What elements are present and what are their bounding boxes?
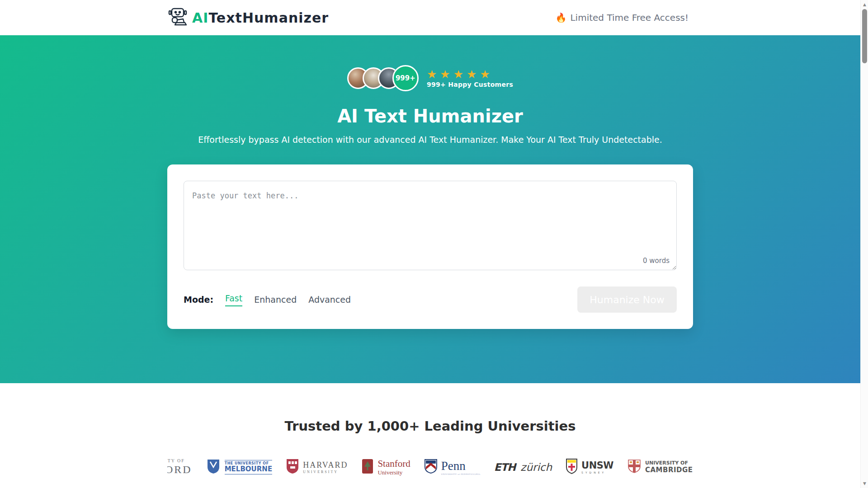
scrollbar-up-arrow-icon[interactable]: ▲	[861, 1, 868, 8]
mode-option-enhanced[interactable]: Enhanced	[254, 295, 297, 305]
unsw-line1: UNSW	[581, 460, 613, 471]
customers-count-badge: 999+	[392, 65, 419, 91]
promo-text: Limited Time Free Access!	[570, 12, 689, 23]
university-logo-eth-zurich: ETH zürich	[494, 461, 552, 473]
happy-customers-caption: 999+ Happy Customers	[427, 81, 513, 88]
penn-line2: UNIVERSITY of PENNSYLVANIA	[441, 473, 481, 476]
scrollbar-thumb[interactable]	[862, 9, 867, 63]
cambridge-crest-icon	[627, 459, 642, 475]
logo-rest-text: TextHumanizer	[208, 10, 329, 26]
harvard-line2: UNIVERSITY	[303, 470, 348, 474]
mode-option-fast[interactable]: Fast	[225, 293, 242, 306]
page-title: AI Text Humanizer	[0, 106, 860, 127]
university-logo-melbourne: THE UNIVERSITY OF MELBOURNE	[206, 458, 272, 476]
promo-banner: 🔥 Limited Time Free Access!	[556, 12, 689, 23]
rating-block: ★★★★★ 999+ Happy Customers	[427, 69, 513, 88]
penn-crest-icon	[424, 459, 438, 476]
paste-text-input[interactable]	[184, 181, 677, 270]
university-logo-stanford: Stanford University	[361, 458, 410, 476]
trusted-heading: Trusted by 1,000+ Leading Universities	[0, 418, 860, 434]
cambridge-line2: CAMBRIDGE	[645, 466, 693, 474]
harvard-crest-icon	[286, 458, 299, 476]
penn-line1: Penn	[441, 459, 481, 473]
eth-line1: ETH	[494, 461, 516, 473]
melbourne-line2: MELBOURNE	[225, 465, 272, 474]
stanford-crest-icon	[361, 458, 374, 476]
stanford-line1: Stanford	[377, 458, 410, 469]
page-subtitle: Effortlessly bypass AI detection with ou…	[0, 135, 860, 145]
page: AITextHumanizer 🔥 Limited Time Free Acce…	[0, 0, 860, 488]
flame-icon: 🔥	[556, 12, 567, 23]
university-logo-unsw: UNSW SYDNEY	[566, 458, 613, 476]
unsw-line2: SYDNEY	[581, 471, 613, 474]
university-logo-strip: UNIVERSITY OF OXFORD THE UNIVERSITY OF M…	[167, 458, 693, 476]
site-logo[interactable]: AITextHumanizer	[168, 7, 329, 28]
scrollbar-down-arrow-icon[interactable]: ▼	[861, 480, 868, 487]
university-logo-oxford: UNIVERSITY OF OXFORD	[167, 458, 192, 476]
word-count: 0 words	[643, 257, 670, 265]
mode-label: Mode:	[184, 295, 213, 305]
text-input-wrapper: 0 words	[184, 181, 677, 272]
cambridge-line1: UNIVERSITY OF	[645, 460, 693, 466]
mode-option-advanced[interactable]: Advanced	[308, 295, 351, 305]
oxford-line2: OXFORD	[167, 464, 192, 476]
top-navigation-bar: AITextHumanizer 🔥 Limited Time Free Acce…	[0, 0, 860, 35]
humanize-now-button[interactable]: Humanize Now	[577, 286, 677, 313]
humanizer-card: 0 words Mode: Fast Enhanced Advanced Hum…	[167, 164, 693, 329]
melbourne-crest-icon	[206, 458, 221, 476]
logo-wordmark: AITextHumanizer	[192, 10, 329, 26]
oxford-line1: UNIVERSITY OF	[167, 458, 192, 464]
university-logo-cambridge: UNIVERSITY OF CAMBRIDGE	[627, 459, 693, 475]
mode-selector: Mode: Fast Enhanced Advanced	[184, 293, 351, 306]
vertical-scrollbar[interactable]: ▲ ▼	[860, 0, 868, 488]
trusted-section: Trusted by 1,000+ Leading Universities U…	[0, 383, 860, 476]
card-controls: Mode: Fast Enhanced Advanced Humanize No…	[184, 286, 677, 313]
stanford-line2: University	[377, 469, 410, 476]
eth-line2: zürich	[520, 461, 552, 473]
university-logo-penn: Penn UNIVERSITY of PENNSYLVANIA	[424, 459, 481, 476]
university-logo-harvard: HARVARD UNIVERSITY	[286, 458, 348, 476]
unsw-crest-icon	[566, 458, 578, 476]
customer-avatars: 999+	[347, 65, 419, 91]
five-star-rating-icon: ★★★★★	[427, 69, 493, 80]
robot-logo-icon	[168, 7, 189, 28]
harvard-line1: HARVARD	[303, 460, 348, 470]
hero-section: 999+ ★★★★★ 999+ Happy Customers AI Text …	[0, 35, 860, 383]
logo-ai-text: AI	[192, 10, 208, 26]
social-proof: 999+ ★★★★★ 999+ Happy Customers	[0, 64, 860, 92]
